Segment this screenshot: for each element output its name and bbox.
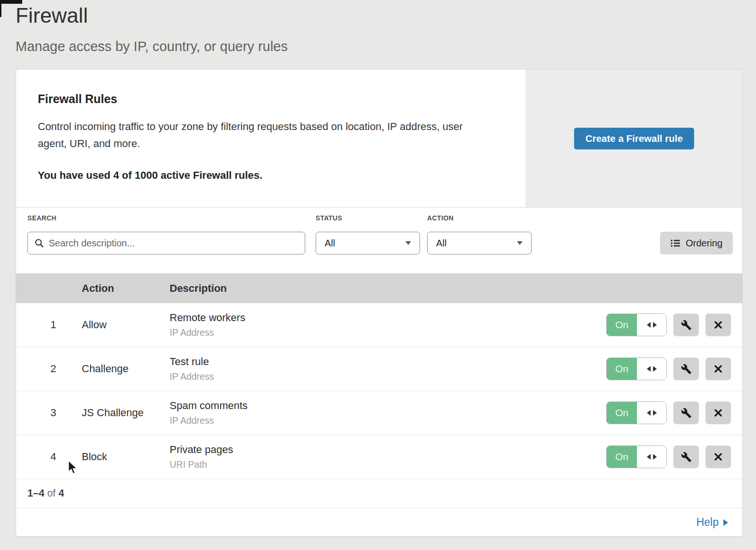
toggle-on-label: On [607, 358, 637, 380]
action-label: ACTION [427, 214, 454, 222]
rule-action: Allow [82, 319, 170, 331]
rule-enabled-toggle[interactable]: On [606, 314, 667, 336]
table-row: 2 Challenge Test rule IP Address On [16, 347, 742, 391]
card-footer: Help [16, 508, 742, 537]
wrench-icon [681, 452, 692, 463]
table-row: 4 Block Private pages URI Path On [16, 435, 742, 479]
rule-description: Test rule [170, 356, 586, 368]
ordering-button[interactable]: Ordering [660, 232, 733, 254]
firewall-rules-card: Firewall Rules Control incoming traffic … [16, 69, 743, 537]
toggle-on-label: On [607, 446, 637, 468]
delete-rule-button[interactable] [705, 402, 731, 424]
column-header-description: Description [170, 282, 586, 295]
search-input[interactable] [49, 238, 298, 249]
chevron-down-icon [517, 241, 523, 245]
action-select[interactable]: All [427, 232, 532, 254]
rules-usage-count: You have used 4 of 1000 active Firewall … [38, 169, 497, 182]
close-icon [713, 364, 723, 374]
rule-priority: 3 [16, 407, 82, 419]
status-label: STATUS [316, 214, 342, 222]
screenshot-edge-artifact [0, 0, 22, 4]
toggle-arrows-icon[interactable] [637, 402, 666, 424]
edit-rule-button[interactable] [673, 445, 699, 468]
search-label: SEARCH [27, 214, 57, 222]
rule-description: Remote workers [170, 312, 586, 324]
rule-description: Private pages [170, 444, 586, 456]
help-link[interactable]: Help [696, 516, 728, 529]
ordered-list-icon [670, 238, 680, 248]
rules-description: Control incoming traffic to your zone by… [38, 118, 487, 152]
delete-rule-button[interactable] [705, 445, 731, 468]
edit-rule-button[interactable] [673, 358, 699, 380]
screenshot-edge-artifact [0, 0, 1, 17]
rule-enabled-toggle[interactable]: On [606, 445, 667, 468]
toggle-arrows-icon[interactable] [637, 446, 666, 468]
search-icon [34, 238, 44, 248]
rules-heading: Firewall Rules [38, 92, 497, 106]
rules-summary-section: Firewall Rules Control incoming traffic … [16, 70, 742, 207]
status-select[interactable]: All [316, 232, 420, 254]
pagination-of: of [44, 488, 59, 499]
close-icon [713, 408, 723, 418]
edit-rule-button[interactable] [673, 402, 699, 424]
close-icon [713, 452, 723, 462]
pagination-range: 1–4 [27, 488, 44, 499]
rule-priority: 1 [16, 319, 82, 331]
page-subtitle: Manage access by IP, country, or query r… [16, 39, 288, 54]
toggle-on-label: On [607, 314, 637, 336]
rule-priority: 4 [16, 451, 82, 463]
rule-action: Block [82, 451, 170, 463]
rule-match-type: IP Address [170, 415, 586, 426]
toggle-arrows-icon[interactable] [637, 358, 666, 380]
pagination: 1–4 of 4 [16, 479, 742, 508]
table-header: Action Description [16, 273, 742, 303]
rule-match-type: IP Address [170, 371, 586, 382]
wrench-icon [681, 408, 692, 419]
rule-action: Challenge [82, 363, 170, 375]
pagination-total: 4 [59, 488, 64, 499]
toggle-arrows-icon[interactable] [637, 314, 666, 336]
rule-enabled-toggle[interactable]: On [606, 358, 667, 380]
ordering-button-label: Ordering [686, 238, 722, 249]
triangle-right-icon [723, 519, 728, 526]
toggle-on-label: On [607, 402, 637, 424]
table-row: 3 JS Challenge Spam comments IP Address … [16, 391, 742, 435]
rule-match-type: IP Address [170, 327, 586, 338]
create-firewall-rule-button[interactable]: Create a Firewall rule [574, 128, 694, 149]
status-select-value: All [325, 238, 335, 249]
filter-bar: SEARCH STATUS ACTION All All Ordering [16, 207, 742, 273]
rule-priority: 2 [16, 363, 82, 375]
chevron-down-icon [405, 241, 411, 245]
create-rule-panel: Create a Firewall rule [525, 70, 742, 207]
rule-description: Spam comments [170, 400, 586, 412]
action-select-value: All [436, 238, 447, 249]
rule-action: JS Challenge [82, 407, 170, 419]
page-title: Firewall [16, 4, 288, 27]
close-icon [713, 320, 723, 330]
wrench-icon [681, 320, 692, 331]
edit-rule-button[interactable] [673, 314, 699, 336]
delete-rule-button[interactable] [705, 314, 731, 336]
search-box[interactable] [27, 232, 305, 254]
table-row: 1 Allow Remote workers IP Address On [16, 303, 742, 347]
help-link-label: Help [696, 516, 719, 529]
rule-enabled-toggle[interactable]: On [606, 402, 667, 424]
column-header-action: Action [82, 282, 170, 295]
page-header: Firewall Manage access by IP, country, o… [16, 4, 288, 54]
delete-rule-button[interactable] [705, 358, 731, 380]
wrench-icon [681, 364, 692, 375]
rule-match-type: URI Path [170, 459, 586, 470]
